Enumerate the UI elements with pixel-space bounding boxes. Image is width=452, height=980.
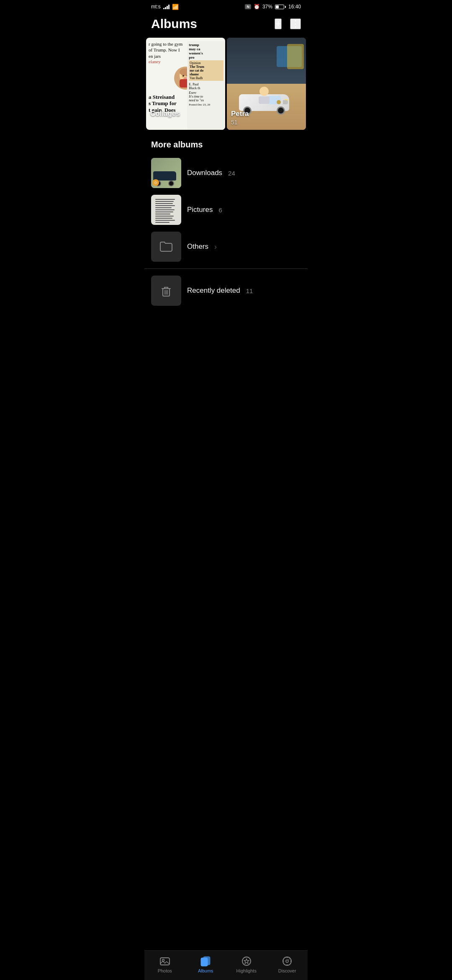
svg-point-5 <box>184 77 187 79</box>
downloads-count: 24 <box>228 170 235 177</box>
deleted-count: 11 <box>246 287 253 294</box>
downloads-right: 24 <box>228 170 235 177</box>
collages-label: Collages <box>150 110 180 118</box>
more-albums-title: More albums <box>144 130 308 155</box>
add-album-button[interactable]: + <box>275 18 282 29</box>
battery-percent: 37% <box>262 4 272 10</box>
page-header: Albums + ⋮ <box>144 12 308 38</box>
petra-count: 51 <box>231 119 238 126</box>
header-actions: + ⋮ <box>275 18 301 29</box>
downloads-album-item[interactable]: ⊙ Downloads 24 <box>144 155 308 191</box>
deleted-right: 11 <box>246 287 253 294</box>
carrier-text: mt:s <box>151 4 161 10</box>
folder-icon <box>159 239 174 254</box>
recently-deleted-item[interactable]: Recently deleted 11 <box>144 272 308 309</box>
deleted-thumbnail <box>151 276 181 306</box>
petra-label: Petra <box>231 110 249 118</box>
others-thumbnail <box>151 232 181 262</box>
trash-icon <box>159 283 174 298</box>
pictures-album-item[interactable]: Pictures 6 <box>144 191 308 228</box>
collages-album-card[interactable]: r going to the gymof Trump. Now Ien jars… <box>146 38 225 130</box>
others-name: Others <box>187 242 208 251</box>
wifi-icon: 📶 <box>172 4 179 10</box>
svg-point-3 <box>182 75 184 77</box>
downloads-name: Downloads <box>187 169 222 177</box>
section-divider <box>144 268 308 269</box>
time-display: 16:40 <box>288 4 301 10</box>
petra-album-card[interactable]: Petra 51 <box>227 38 306 130</box>
pictures-right: 6 <box>218 206 222 214</box>
status-right: N ⏰ 37% 16:40 <box>245 4 301 10</box>
others-chevron-icon: › <box>214 242 217 251</box>
signal-icon <box>163 4 170 9</box>
nfc-icon: N <box>245 4 251 9</box>
downloads-thumbnail: ⊙ <box>151 158 181 188</box>
others-right: › <box>214 242 217 251</box>
others-album-item[interactable]: Others › <box>144 228 308 265</box>
status-bar: mt:s 📶 N ⏰ 37% 16:40 <box>144 0 308 12</box>
page-title: Albums <box>151 17 197 31</box>
more-options-button[interactable]: ⋮ <box>290 18 301 29</box>
battery-icon <box>275 5 286 9</box>
alarm-icon: ⏰ <box>254 4 260 10</box>
pictures-thumbnail <box>151 195 181 225</box>
status-left: mt:s 📶 <box>151 4 179 10</box>
pictures-count: 6 <box>218 206 222 214</box>
featured-albums-row: r going to the gymof Trump. Now Ien jars… <box>144 38 308 130</box>
recently-deleted-name: Recently deleted <box>187 286 240 295</box>
pictures-name: Pictures <box>187 206 213 214</box>
